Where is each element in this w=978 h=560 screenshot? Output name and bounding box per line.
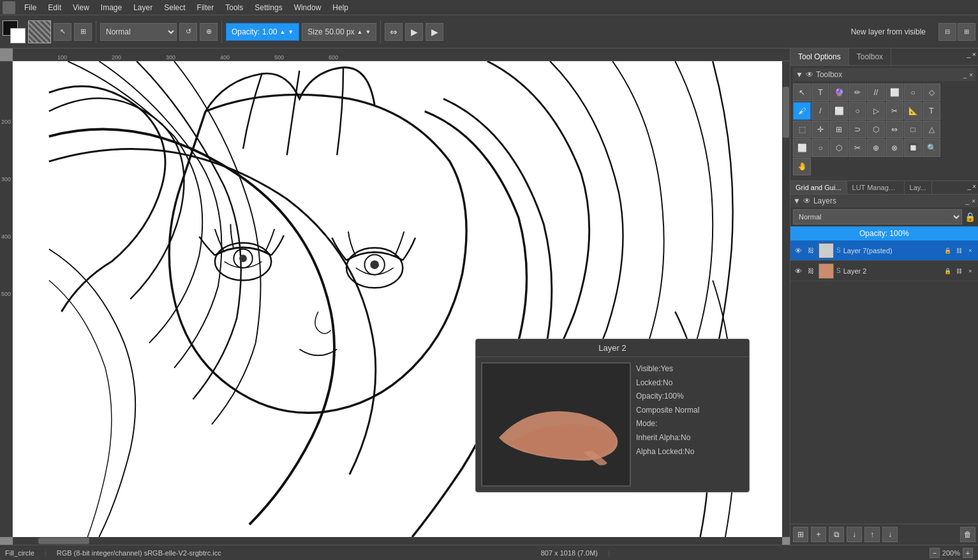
layer-2-link-btn[interactable]: ⛓ xyxy=(954,266,964,276)
tool-transform[interactable]: ⬚ xyxy=(793,121,811,138)
toolbox-header[interactable]: ▼ 👁 Toolbox _ × xyxy=(793,68,975,81)
layer-2-delete[interactable]: × xyxy=(965,266,975,276)
tool-perspective[interactable]: ⬡ xyxy=(867,121,885,138)
toolbox-panel-close[interactable]: × xyxy=(969,71,973,78)
layers-lock-icon[interactable]: 🔒 xyxy=(965,212,975,222)
dock-tab-lay[interactable]: Lay... xyxy=(905,181,932,194)
menu-window[interactable]: Window xyxy=(289,2,327,13)
delete-layer-btn[interactable]: 🗑 xyxy=(960,527,975,542)
layer-7-link[interactable]: ⛓ xyxy=(806,246,816,256)
tool-ellipse-sel[interactable]: ○ xyxy=(811,139,829,157)
duplicate-layer-btn[interactable]: ⧉ xyxy=(829,527,844,542)
layers-blend-mode[interactable]: Normal Multiply Screen xyxy=(793,209,962,225)
layer-7-visibility[interactable]: 👁 xyxy=(793,246,803,256)
blend-mode-select[interactable]: Normal Dissolve Multiply Screen xyxy=(100,23,177,41)
move-layer-up-btn[interactable]: ↑ xyxy=(864,527,880,542)
tool-zoom[interactable]: 🔍 xyxy=(922,139,940,157)
tool-text2[interactable]: T xyxy=(922,102,940,120)
layers-panel-close[interactable]: × xyxy=(972,198,975,205)
vertical-scrollbar[interactable] xyxy=(782,61,790,537)
layer-2-link[interactable]: ⛓ xyxy=(806,266,816,276)
color-swatches[interactable] xyxy=(3,20,26,43)
reset-btn[interactable]: ↺ xyxy=(179,23,197,41)
tool-scale[interactable]: ⊞ xyxy=(830,121,848,138)
layers-header[interactable]: ▼ 👁 Layers _ × xyxy=(790,195,978,207)
opacity-up-icon[interactable]: ▲ xyxy=(279,29,285,35)
play-btn[interactable]: ▶ xyxy=(426,23,443,41)
new-layer-btn[interactable]: + xyxy=(811,527,826,542)
menu-file[interactable]: File xyxy=(19,2,41,13)
menu-layer[interactable]: Layer xyxy=(128,2,158,13)
menu-image[interactable]: Image xyxy=(96,2,127,13)
dock-minimize-btn[interactable]: _ xyxy=(968,183,972,192)
tool-measure[interactable]: 📐 xyxy=(904,102,922,120)
tool-flip[interactable]: ⇔ xyxy=(885,121,903,138)
tool-shear[interactable]: ⊃ xyxy=(848,121,866,138)
menu-view[interactable]: View xyxy=(68,2,94,13)
dock-tab-lut[interactable]: LUT Managem... xyxy=(847,181,905,194)
tool-eyedrop[interactable]: 🔮 xyxy=(830,84,848,101)
layer-row-2[interactable]: 👁 ⛓ S Layer 2 🔒 ⛓ × xyxy=(790,261,978,281)
opacity-control[interactable]: Opacity: 1.00 ▲ ▼ xyxy=(226,23,299,41)
tool-ellipse[interactable]: ○ xyxy=(904,84,922,101)
tool-hatch[interactable]: // xyxy=(867,84,885,101)
layer-2-visibility[interactable]: 👁 xyxy=(793,266,803,276)
opacity-down-icon[interactable]: ▼ xyxy=(288,29,293,35)
menu-edit[interactable]: Edit xyxy=(43,2,66,13)
tool-diamond[interactable]: ◇ xyxy=(922,84,940,101)
tool-curve-rect[interactable]: ⬜ xyxy=(830,102,848,120)
tool-curve-ellipse[interactable]: ○ xyxy=(848,102,866,120)
tool-ink[interactable]: / xyxy=(811,102,829,120)
layers-panel-shrink[interactable]: _ xyxy=(966,198,970,205)
zoom-out-btn[interactable]: − xyxy=(930,548,940,558)
layer-7-delete[interactable]: × xyxy=(965,246,975,256)
tool-warp[interactable]: △ xyxy=(922,121,940,138)
tool-fg-sel[interactable]: 🔲 xyxy=(904,139,922,157)
tool-scissors[interactable]: ✂ xyxy=(885,102,903,120)
tool-scissors-sel[interactable]: ⊗ xyxy=(885,139,903,157)
add-btn[interactable]: ⊕ xyxy=(200,23,218,41)
tool-rect-sel[interactable]: ⬜ xyxy=(793,139,811,157)
tool-color-sel[interactable]: ⊕ xyxy=(867,139,885,157)
tool-text[interactable]: T xyxy=(811,84,829,101)
size-down-icon[interactable]: ▼ xyxy=(366,29,371,35)
horizontal-scrollbar[interactable] xyxy=(13,537,782,545)
tool-hand[interactable]: 🤚 xyxy=(793,158,811,175)
menu-select[interactable]: Select xyxy=(159,2,190,13)
flip-v-btn[interactable]: ▶ xyxy=(405,23,423,41)
zoom-in-btn[interactable]: + xyxy=(963,548,973,558)
tool-pencil[interactable]: ✏ xyxy=(848,84,866,101)
menu-filter[interactable]: Filter xyxy=(192,2,219,13)
tool-cage[interactable]: □ xyxy=(904,121,922,138)
menu-tools[interactable]: Tools xyxy=(220,2,248,13)
size-up-icon[interactable]: ▲ xyxy=(357,29,363,35)
merge-layer-btn[interactable]: ↓ xyxy=(847,527,862,542)
layer-2-alpha-lock[interactable]: 🔒 xyxy=(942,266,952,276)
tool-move[interactable]: ✛ xyxy=(811,121,829,138)
layer-row-7[interactable]: 👁 ⛓ S Layer 7(pasted) 🔒 ⛓ × xyxy=(790,240,978,261)
tab-toolbox[interactable]: Toolbox xyxy=(849,48,891,65)
size-control[interactable]: Size 50.00 px ▲ ▼ xyxy=(302,23,376,41)
layers-opacity-row[interactable]: Opacity: 100% xyxy=(790,226,978,240)
panel-minimize-btn[interactable]: _ xyxy=(967,50,970,63)
tool-free-sel[interactable]: ⬡ xyxy=(830,139,848,157)
layer-7-alpha-lock[interactable]: 🔒 xyxy=(942,246,952,256)
tool-rect[interactable]: ⬜ xyxy=(885,84,903,101)
tool-restore-btn[interactable]: ⊞ xyxy=(74,23,92,41)
tool-arrow[interactable]: ↖ xyxy=(793,84,811,101)
toolbox-panel-shrink[interactable]: _ xyxy=(963,71,967,78)
dock-tab-grid[interactable]: Grid and Gui... xyxy=(790,181,847,194)
new-layer-group-btn[interactable]: ⊞ xyxy=(793,527,808,542)
window-max-btn[interactable]: ⊞ xyxy=(958,23,975,41)
tool-paint[interactable]: 🖌 xyxy=(793,102,811,120)
tool-fuzzy-sel[interactable]: ✂ xyxy=(848,139,866,157)
tool-path[interactable]: ▷ xyxy=(867,102,885,120)
flip-h-btn[interactable]: ⇔ xyxy=(385,23,403,41)
tool-presets-btn[interactable]: ↖ xyxy=(54,23,71,41)
pattern-swatch[interactable] xyxy=(28,20,51,43)
menu-settings[interactable]: Settings xyxy=(249,2,287,13)
canvas-area[interactable]: 100 200 300 400 500 600 200 300 400 500 xyxy=(0,48,790,545)
tab-tool-options[interactable]: Tool Options xyxy=(790,48,849,65)
dock-close-btn[interactable]: × xyxy=(972,183,976,192)
move-layer-down-btn[interactable]: ↓ xyxy=(882,527,898,542)
